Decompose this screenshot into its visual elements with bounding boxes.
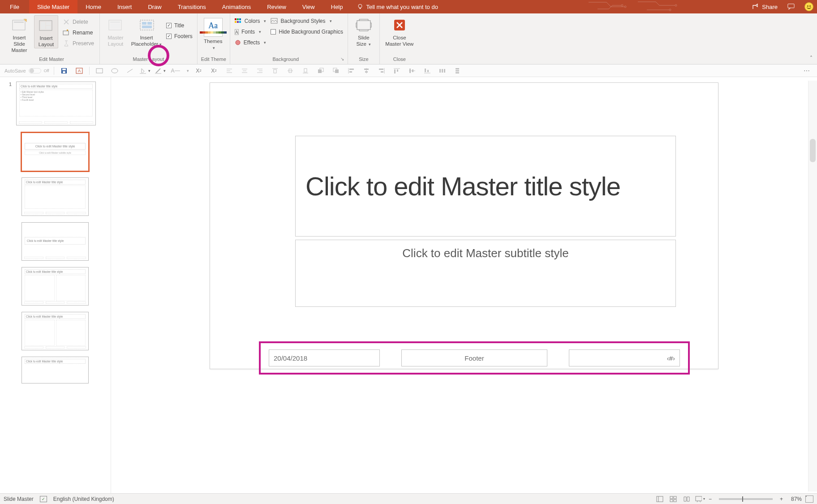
slide-canvas-area[interactable]: Click to edit Master title style Click t… [111,77,817,493]
ribbon-group-background: Colors▾ A Fonts▾ Effects▾ Background Sty… [230,13,348,64]
insert-slide-master-button[interactable]: Insert Slide Master [7,15,31,53]
align-objects-left-button[interactable] [346,66,357,75]
reading-view-button[interactable] [682,495,692,503]
chevron-down-icon: ▾ [264,19,266,23]
tab-view[interactable]: View [294,0,323,13]
themes-button[interactable]: Aa Themes▾ [201,15,225,51]
preserve-button[interactable]: Preserve [61,39,96,47]
fill-color-button[interactable]: ▾ [140,66,150,75]
slide-sorter-view-button[interactable] [668,495,678,503]
subscript-button[interactable]: X2 [194,66,204,75]
hide-background-checkbox[interactable]: Hide Background Graphics [270,28,344,36]
colors-dropdown[interactable]: Colors▾ [234,17,267,25]
effects-dropdown[interactable]: Effects▾ [234,39,267,47]
shape-ellipse-button[interactable] [109,66,120,75]
rename-button[interactable]: Rename [61,29,96,37]
tab-help[interactable]: Help [323,0,351,13]
align-top-button[interactable] [270,66,280,75]
zoom-value[interactable]: 87% [787,496,802,502]
zoom-out-button[interactable]: − [709,496,712,502]
slideshow-view-button[interactable]: ▾ [695,495,705,503]
thumbnail-layout-section-header[interactable]: Click to edit Master title style [22,222,89,261]
slide-number-placeholder[interactable]: ‹#› [569,349,680,366]
align-objects-top-button[interactable] [391,66,402,75]
shape-line-button[interactable] [125,66,135,75]
overflow-button[interactable]: ⋯ [804,67,811,74]
delete-button[interactable]: Delete [61,18,96,26]
slide-size-icon [356,17,372,33]
tab-transitions[interactable]: Transitions [170,0,214,13]
thumb-footer [19,121,93,124]
title-placeholder[interactable]: Click to edit Master title style [295,136,676,237]
normal-view-button[interactable] [655,495,665,503]
slide-master-editor[interactable]: Click to edit Master title style Click t… [210,82,718,369]
align-objects-bottom-button[interactable] [422,66,433,75]
align-right-button[interactable] [254,66,265,75]
shape-rectangle-button[interactable] [94,66,105,75]
slide-size-button[interactable]: Slide Size ▾ [352,15,376,47]
thumbnail-slide-master[interactable]: Click to edit Master title style • Edit … [16,82,96,125]
slide-number-text: ‹#› [667,354,675,362]
save-button[interactable] [59,66,69,75]
share-button[interactable]: Share [752,3,778,10]
title-checkbox[interactable]: Title [165,22,194,30]
collapse-ribbon-button[interactable]: ˄ [810,55,813,61]
distribute-horizontal-button[interactable] [437,66,448,75]
thumbnail-pane[interactable]: 1 Click to edit Master title style • Edi… [0,77,111,493]
subtitle-placeholder[interactable]: Click to edit Master subtitle style [295,240,676,307]
align-middle-button[interactable] [285,66,296,75]
outline-color-button[interactable]: ▾ [155,66,166,75]
svg-point-2 [675,4,677,6]
footer-placeholder[interactable]: Footer [401,349,547,366]
chevron-down-icon: ▾ [163,69,166,73]
send-backward-button[interactable] [331,66,341,75]
bring-forward-button[interactable] [315,66,326,75]
align-objects-center-button[interactable] [361,66,372,75]
spellcheck-icon[interactable]: ✓ [40,496,47,502]
close-master-view-button[interactable]: Close Master View [383,15,416,47]
insert-placeholder-button[interactable]: Insert Placeholder▾ [130,15,163,47]
tab-animations[interactable]: Animations [214,0,259,13]
thumbnail-layout-title-slide[interactable]: Click to edit Master title style Click t… [22,133,89,171]
align-left-button[interactable] [224,66,235,75]
thumbnail-layout-comparison[interactable]: Click to edit Master title style [22,312,89,350]
dialog-launcher-icon[interactable]: ↘ [340,56,344,61]
thumbnail-layout-title-only[interactable]: Click to edit Master title style [22,357,89,383]
superscript-button[interactable]: X2 [209,66,219,75]
zoom-slider[interactable] [719,498,773,500]
tab-file[interactable]: File [0,0,29,13]
fonts-dropdown[interactable]: A Fonts▾ [234,28,267,36]
tab-home[interactable]: Home [77,0,109,13]
align-objects-right-button[interactable] [376,66,387,75]
tab-draw[interactable]: Draw [140,0,169,13]
font-color-button[interactable]: A [170,66,181,75]
insert-layout-button[interactable]: Insert Layout [34,15,58,48]
svg-rect-20 [142,22,146,25]
fit-to-window-button[interactable] [805,495,813,503]
thumb-body [25,185,86,209]
autosave-toggle[interactable]: AutoSave Off [4,68,49,73]
thumb-footer [24,302,86,304]
distribute-vertical-button[interactable] [452,66,463,75]
tab-review[interactable]: Review [259,0,294,13]
vertical-scrollbar[interactable] [808,81,817,491]
feedback-smiley-icon[interactable] [804,2,813,11]
background-styles-dropdown[interactable]: Background Styles▾ [270,17,344,25]
tell-me-search[interactable]: Tell me what you want to do [351,0,443,13]
date-placeholder[interactable]: 20/04/2018 [269,349,380,366]
status-language[interactable]: English (United Kingdom) [53,496,114,502]
align-bottom-button[interactable] [300,66,311,75]
themes-label: Themes▾ [204,39,223,51]
align-center-button[interactable] [239,66,250,75]
zoom-in-button[interactable]: + [780,496,783,502]
scrollbar-thumb[interactable] [810,139,816,162]
thumbnail-layout-title-content[interactable]: Click to edit Master title style [22,177,89,216]
text-box-button[interactable]: A [74,66,85,75]
footers-checkbox[interactable]: Footers [165,32,194,40]
thumbnail-layout-two-content[interactable]: Click to edit Master title style [22,267,89,306]
comments-icon[interactable] [787,3,795,10]
tab-insert[interactable]: Insert [109,0,140,13]
align-objects-middle-button[interactable] [407,66,417,75]
svg-point-39 [112,69,118,73]
tab-slide-master[interactable]: Slide Master [29,0,77,13]
